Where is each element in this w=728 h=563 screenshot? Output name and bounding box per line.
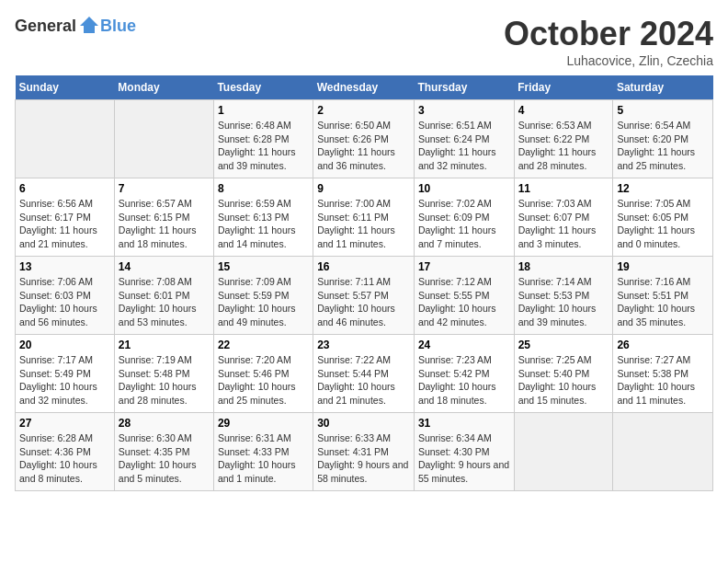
month-title: October 2024 (504, 15, 713, 53)
day-of-week-header: Monday (114, 75, 213, 100)
calendar-cell: 27Sunrise: 6:28 AM Sunset: 4:36 PM Dayli… (16, 413, 115, 491)
day-number: 21 (119, 339, 210, 351)
day-number: 1 (218, 104, 309, 117)
calendar-cell: 26Sunrise: 7:27 AM Sunset: 5:38 PM Dayli… (613, 335, 713, 413)
calendar-cell: 7Sunrise: 6:57 AM Sunset: 6:15 PM Daylig… (114, 178, 213, 257)
day-number: 22 (218, 339, 309, 351)
day-number: 5 (617, 104, 709, 117)
title-area: October 2024 Luhacovice, Zlin, Czechia (504, 15, 713, 68)
day-number: 11 (518, 182, 609, 195)
calendar-cell: 2Sunrise: 6:50 AM Sunset: 6:26 PM Daylig… (313, 100, 415, 178)
logo: General Blue (15, 15, 136, 37)
day-number: 16 (317, 260, 410, 273)
day-of-week-header: Friday (514, 75, 613, 100)
day-info: Sunrise: 7:19 AM Sunset: 5:48 PM Dayligh… (119, 353, 210, 408)
calendar-cell: 4Sunrise: 6:53 AM Sunset: 6:22 PM Daylig… (514, 100, 613, 178)
calendar-header: SundayMondayTuesdayWednesdayThursdayFrid… (16, 75, 713, 100)
calendar-week-row: 20Sunrise: 7:17 AM Sunset: 5:49 PM Dayli… (16, 335, 713, 413)
calendar-cell: 23Sunrise: 7:22 AM Sunset: 5:44 PM Dayli… (313, 335, 415, 413)
calendar-cell: 6Sunrise: 6:56 AM Sunset: 6:17 PM Daylig… (16, 178, 115, 257)
day-info: Sunrise: 7:02 AM Sunset: 6:09 PM Dayligh… (418, 197, 510, 251)
day-info: Sunrise: 7:16 AM Sunset: 5:51 PM Dayligh… (617, 275, 709, 329)
day-info: Sunrise: 6:31 AM Sunset: 4:33 PM Dayligh… (218, 431, 309, 486)
day-number: 4 (518, 104, 609, 117)
calendar-cell: 12Sunrise: 7:05 AM Sunset: 6:05 PM Dayli… (613, 178, 713, 257)
location: Luhacovice, Zlin, Czechia (504, 53, 713, 68)
day-info: Sunrise: 7:17 AM Sunset: 5:49 PM Dayligh… (19, 353, 110, 408)
calendar-cell: 22Sunrise: 7:20 AM Sunset: 5:46 PM Dayli… (213, 335, 313, 413)
day-number: 28 (119, 417, 210, 430)
calendar-cell: 11Sunrise: 7:03 AM Sunset: 6:07 PM Dayli… (514, 178, 613, 257)
calendar-cell (16, 100, 115, 178)
day-info: Sunrise: 6:28 AM Sunset: 4:36 PM Dayligh… (19, 431, 110, 486)
day-of-week-header: Thursday (414, 75, 514, 100)
calendar-cell (514, 413, 613, 491)
day-number: 29 (218, 417, 309, 430)
day-info: Sunrise: 6:53 AM Sunset: 6:22 PM Dayligh… (518, 119, 609, 173)
calendar-week-row: 1Sunrise: 6:48 AM Sunset: 6:28 PM Daylig… (16, 100, 713, 178)
day-number: 9 (317, 182, 410, 195)
day-of-week-header: Saturday (613, 75, 713, 100)
day-number: 20 (19, 339, 110, 351)
calendar-cell: 3Sunrise: 6:51 AM Sunset: 6:24 PM Daylig… (414, 100, 514, 178)
calendar-cell: 21Sunrise: 7:19 AM Sunset: 5:48 PM Dayli… (114, 335, 213, 413)
days-of-week-row: SundayMondayTuesdayWednesdayThursdayFrid… (16, 75, 713, 100)
day-info: Sunrise: 7:11 AM Sunset: 5:57 PM Dayligh… (317, 275, 410, 329)
calendar-cell: 17Sunrise: 7:12 AM Sunset: 5:55 PM Dayli… (414, 257, 514, 335)
calendar-cell: 14Sunrise: 7:08 AM Sunset: 6:01 PM Dayli… (114, 257, 213, 335)
day-info: Sunrise: 6:54 AM Sunset: 6:20 PM Dayligh… (617, 119, 709, 173)
day-number: 26 (617, 339, 709, 351)
day-info: Sunrise: 7:25 AM Sunset: 5:40 PM Dayligh… (518, 353, 609, 408)
day-info: Sunrise: 6:48 AM Sunset: 6:28 PM Dayligh… (218, 119, 309, 173)
day-info: Sunrise: 6:34 AM Sunset: 4:30 PM Dayligh… (418, 431, 510, 486)
calendar-cell (114, 100, 213, 178)
day-info: Sunrise: 7:27 AM Sunset: 5:38 PM Dayligh… (617, 353, 709, 408)
day-number: 31 (418, 417, 510, 430)
day-info: Sunrise: 7:03 AM Sunset: 6:07 PM Dayligh… (518, 197, 609, 251)
logo-general: General (15, 17, 76, 36)
day-of-week-header: Wednesday (313, 75, 415, 100)
day-info: Sunrise: 7:12 AM Sunset: 5:55 PM Dayligh… (418, 275, 510, 329)
calendar-cell: 1Sunrise: 6:48 AM Sunset: 6:28 PM Daylig… (213, 100, 313, 178)
day-info: Sunrise: 7:09 AM Sunset: 5:59 PM Dayligh… (218, 275, 309, 329)
calendar-cell: 31Sunrise: 6:34 AM Sunset: 4:30 PM Dayli… (414, 413, 514, 491)
day-number: 24 (418, 339, 510, 351)
page-header: General Blue October 2024 Luhacovice, Zl… (15, 15, 713, 68)
day-number: 7 (119, 182, 210, 195)
day-of-week-header: Sunday (16, 75, 115, 100)
svg-marker-0 (80, 17, 98, 33)
day-number: 23 (317, 339, 410, 351)
day-number: 12 (617, 182, 709, 195)
day-info: Sunrise: 7:08 AM Sunset: 6:01 PM Dayligh… (119, 275, 210, 329)
day-info: Sunrise: 7:05 AM Sunset: 6:05 PM Dayligh… (617, 197, 709, 251)
calendar-cell: 24Sunrise: 7:23 AM Sunset: 5:42 PM Dayli… (414, 335, 514, 413)
day-info: Sunrise: 7:06 AM Sunset: 6:03 PM Dayligh… (19, 275, 110, 329)
day-number: 18 (518, 260, 609, 273)
day-info: Sunrise: 6:57 AM Sunset: 6:15 PM Dayligh… (119, 197, 210, 251)
logo-blue: Blue (100, 17, 136, 36)
calendar-cell (613, 413, 713, 491)
calendar-cell: 5Sunrise: 6:54 AM Sunset: 6:20 PM Daylig… (613, 100, 713, 178)
day-number: 19 (617, 260, 709, 273)
day-info: Sunrise: 6:59 AM Sunset: 6:13 PM Dayligh… (218, 197, 309, 251)
calendar-week-row: 13Sunrise: 7:06 AM Sunset: 6:03 PM Dayli… (16, 257, 713, 335)
calendar-cell: 10Sunrise: 7:02 AM Sunset: 6:09 PM Dayli… (414, 178, 514, 257)
calendar-cell: 30Sunrise: 6:33 AM Sunset: 4:31 PM Dayli… (313, 413, 415, 491)
calendar-cell: 19Sunrise: 7:16 AM Sunset: 5:51 PM Dayli… (613, 257, 713, 335)
day-number: 6 (19, 182, 110, 195)
day-info: Sunrise: 7:00 AM Sunset: 6:11 PM Dayligh… (317, 197, 410, 251)
day-info: Sunrise: 6:51 AM Sunset: 6:24 PM Dayligh… (418, 119, 510, 173)
day-info: Sunrise: 6:33 AM Sunset: 4:31 PM Dayligh… (317, 431, 410, 486)
calendar-cell: 20Sunrise: 7:17 AM Sunset: 5:49 PM Dayli… (16, 335, 115, 413)
calendar-cell: 15Sunrise: 7:09 AM Sunset: 5:59 PM Dayli… (213, 257, 313, 335)
day-number: 14 (119, 260, 210, 273)
day-number: 15 (218, 260, 309, 273)
day-number: 17 (418, 260, 510, 273)
day-number: 13 (19, 260, 110, 273)
day-number: 8 (218, 182, 309, 195)
calendar-cell: 25Sunrise: 7:25 AM Sunset: 5:40 PM Dayli… (514, 335, 613, 413)
day-info: Sunrise: 6:30 AM Sunset: 4:35 PM Dayligh… (119, 431, 210, 486)
day-number: 30 (317, 417, 410, 430)
day-info: Sunrise: 7:22 AM Sunset: 5:44 PM Dayligh… (317, 353, 410, 408)
calendar-week-row: 27Sunrise: 6:28 AM Sunset: 4:36 PM Dayli… (16, 413, 713, 491)
